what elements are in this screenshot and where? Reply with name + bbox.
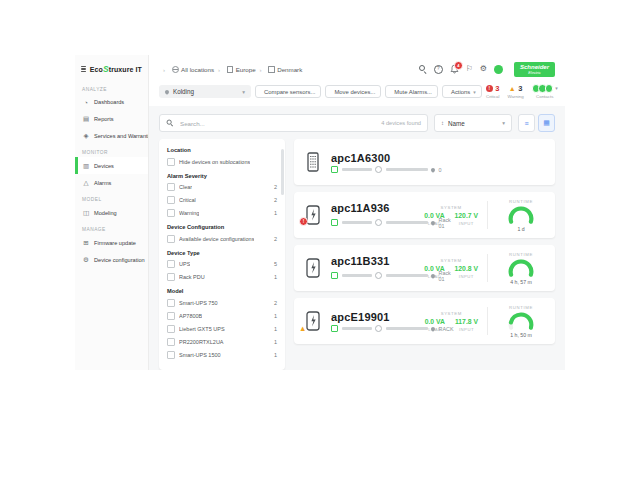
breadcrumb: All locations Europe Denmark: [159, 66, 302, 74]
breadcrumb-item[interactable]: All locations: [159, 66, 214, 73]
filter-option[interactable]: Smart-UPS 1500 1: [167, 351, 277, 359]
button-label: Mute Alarms...: [394, 89, 432, 95]
filter-option[interactable]: Clear 2: [167, 183, 277, 191]
checkbox[interactable]: [167, 183, 175, 191]
settings-gear-icon[interactable]: ⚙: [480, 65, 487, 73]
chevron-down-icon: ▾: [473, 89, 476, 95]
filter-option-count: 1: [271, 352, 277, 358]
location-selector[interactable]: Kolding ▾: [159, 85, 251, 98]
notifications-bell-icon[interactable]: 4: [450, 64, 459, 74]
action-button[interactable]: Mute Alarms... ▾: [385, 85, 438, 98]
redacted-serial-number: [386, 221, 428, 225]
sidebar-item[interactable]: Dashboards: [75, 94, 148, 110]
device-name[interactable]: apcE19901: [331, 311, 425, 323]
checkbox[interactable]: [167, 299, 175, 307]
sidebar-item-icon: [82, 132, 90, 140]
checkbox[interactable]: [167, 325, 175, 333]
sidebar-section: Monitor Devices Alarms: [75, 144, 148, 191]
filter-option[interactable]: Available device configurations 2: [167, 235, 277, 243]
card-view-button[interactable]: ▦: [538, 114, 555, 132]
sidebar-item[interactable]: Modeling: [75, 204, 148, 221]
filter-scrollbar[interactable]: [281, 149, 284, 195]
checkbox[interactable]: [167, 260, 175, 268]
checkbox[interactable]: [167, 209, 175, 217]
system-title: SYSTEM: [424, 258, 478, 263]
device-card[interactable]: apcE19901 RACK: [294, 298, 555, 344]
filter-option[interactable]: Warning 1: [167, 209, 277, 217]
warning-status[interactable]: ▲3 Warning: [508, 84, 524, 100]
schneider-electric-logo[interactable]: Schneider Electric: [514, 62, 555, 77]
sort-dropdown[interactable]: ↕ Name ▾: [434, 114, 512, 132]
sidebar-item[interactable]: Services and Warranties: [75, 127, 148, 144]
input-value: 120.8 V: [455, 265, 478, 272]
contacts-status[interactable]: ▾ Contacts: [532, 84, 558, 100]
checkbox[interactable]: [167, 273, 175, 281]
device-card[interactable]: apc1A6300 0: [294, 139, 555, 185]
device-subtitle: RACK: [331, 325, 425, 332]
input-label: INPUT: [455, 274, 478, 279]
feedback-flag-icon[interactable]: ⚐: [466, 65, 473, 73]
breadcrumb-item[interactable]: Europe: [214, 66, 256, 74]
sidebar-item-icon: [82, 115, 90, 123]
filter-option-count: 1: [271, 313, 277, 319]
filter-option-label: Smart-UPS 750: [179, 300, 218, 306]
device-name[interactable]: apc11A936: [331, 202, 424, 214]
list-view-button[interactable]: ≡: [518, 114, 535, 132]
filter-option-count: 1: [271, 326, 277, 332]
sidebar-item-label: Reports: [94, 116, 114, 122]
filter-group: Alarm Severity Clear 2 Critical: [167, 173, 277, 218]
sidebar-item[interactable]: Device configuration: [75, 251, 148, 268]
filter-group-title: Model: [167, 288, 277, 294]
sidebar-item[interactable]: Reports: [75, 110, 148, 127]
search-input[interactable]: [178, 119, 377, 128]
filter-option-label: UPS: [179, 261, 190, 267]
filter-option[interactable]: UPS 5: [167, 260, 277, 268]
sort-icon: ↕: [441, 120, 444, 126]
help-icon[interactable]: ?: [434, 65, 443, 74]
menu-icon[interactable]: [81, 66, 86, 73]
device-card[interactable]: apc11B331 Rack 01: [294, 245, 555, 291]
content-area: Location Hide devices on sublocations Al…: [149, 132, 565, 370]
filter-group-title: Alarm Severity: [167, 173, 277, 179]
checkbox[interactable]: [167, 196, 175, 204]
checkbox[interactable]: [167, 158, 175, 166]
filter-option[interactable]: PR2200RTXL2UA 1: [167, 338, 277, 346]
sidebar-item[interactable]: Firmware update: [75, 234, 148, 251]
device-card[interactable]: apc11A936 Rack 01: [294, 192, 555, 238]
checkbox[interactable]: [167, 312, 175, 320]
filter-option[interactable]: Critical 2: [167, 196, 277, 204]
device-type-icon: [304, 258, 322, 278]
severity-badge: [299, 325, 306, 333]
button-label: Compare sensors...: [264, 89, 315, 95]
breadcrumb-label: All locations: [181, 66, 214, 73]
checkbox[interactable]: [167, 235, 175, 243]
checkbox[interactable]: [167, 338, 175, 346]
button-label: Move devices...: [334, 89, 375, 95]
critical-status[interactable]: !3 Critical: [486, 84, 500, 100]
action-button[interactable]: Move devices... ▾: [325, 85, 381, 98]
user-avatar[interactable]: [494, 65, 503, 74]
device-name[interactable]: apc1A6300: [331, 152, 545, 164]
filter-option-label: Rack PDU: [179, 274, 205, 280]
filter-option[interactable]: Hide devices on sublocations: [167, 158, 277, 166]
filter-option[interactable]: Liebert GXT5 UPS 1: [167, 325, 277, 333]
search-box[interactable]: 4 devices found: [159, 114, 428, 132]
sidebar-item-label: Dashboards: [94, 99, 124, 105]
search-icon[interactable]: [419, 65, 427, 73]
action-button[interactable]: Actions ▾: [442, 85, 482, 98]
sidebar-section: Model Modeling: [75, 191, 148, 221]
checkbox[interactable]: [167, 351, 175, 359]
runtime-gauge: [497, 259, 545, 278]
system-title: SYSTEM: [425, 311, 478, 316]
breadcrumb-item[interactable]: Denmark: [256, 66, 303, 74]
action-button[interactable]: Compare sensors... ▾: [255, 85, 321, 98]
filter-option[interactable]: Rack PDU 1: [167, 273, 277, 281]
filter-group: Device Type UPS 5 Rack PDU: [167, 250, 277, 282]
runtime-block: RUNTIME 1 h, 50 m: [497, 305, 545, 339]
sidebar-item[interactable]: Devices: [75, 157, 148, 174]
filter-option[interactable]: AP7800B 1: [167, 312, 277, 320]
device-name[interactable]: apc11B331: [331, 255, 424, 267]
sidebar-item[interactable]: Alarms: [75, 174, 148, 191]
filter-group-title: Device Configuration: [167, 224, 277, 230]
filter-option[interactable]: Smart-UPS 750 2: [167, 299, 277, 307]
